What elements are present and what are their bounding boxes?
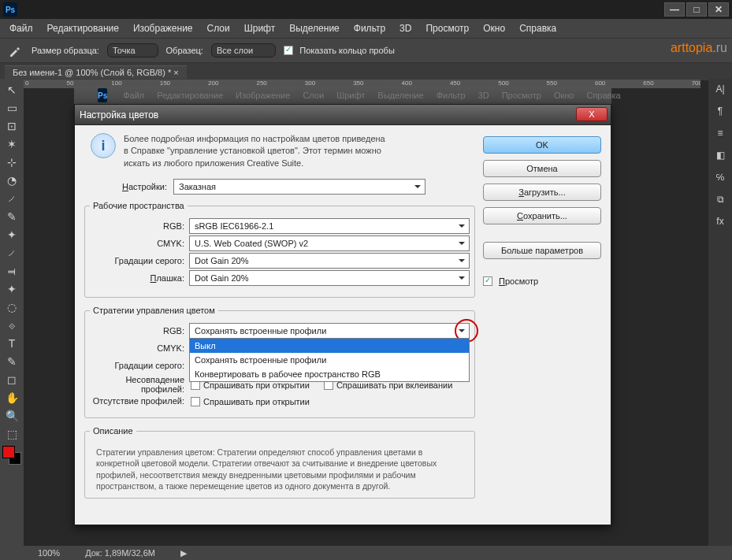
spot-select[interactable]: Dot Gain 20% (189, 270, 470, 286)
cancel-button[interactable]: Отмена (483, 160, 601, 177)
menu-filter[interactable]: Фильтр (347, 23, 392, 34)
history-panel-icon[interactable]: ℅ (716, 172, 725, 183)
policy-gray-label: Градации серого: (90, 361, 189, 370)
cmyk-label: CMYK: (90, 239, 189, 248)
document-tabs: Без имени-1 @ 100% (Слой 6, RGB/8) * × (0, 63, 732, 80)
zoom-value[interactable]: 100% (38, 548, 60, 558)
gray-select[interactable]: Dot Gain 20% (189, 253, 470, 269)
window-buttons: — □ ✕ (664, 2, 729, 17)
menu-image[interactable]: Изображение (127, 23, 199, 34)
zoom-tool-icon[interactable]: 🔍 (2, 406, 21, 425)
gray-label: Градации серого: (90, 256, 189, 265)
minimize-button[interactable]: — (664, 2, 685, 17)
policies-fieldset: Стратегии управления цветом RGB: Сохраня… (84, 306, 475, 418)
app-titlebar: Ps — □ ✕ (0, 0, 732, 19)
color-swatch[interactable] (2, 446, 21, 465)
workspace-fieldset: Рабочие пространства RGB: sRGB IEC61966-… (84, 201, 475, 298)
document-size: Док: 1,89M/32,6M (85, 548, 155, 558)
rgb-label: RGB: (90, 221, 189, 231)
gradient-tool-icon[interactable]: ✦ (2, 280, 21, 298)
magicwand-tool-icon[interactable]: ✶ (2, 135, 21, 153)
menu-edit[interactable]: Редактирование (41, 23, 125, 34)
dialog-title: Настройка цветов (80, 109, 158, 121)
show-ring-label: Показать кольцо пробы (299, 46, 395, 55)
tools-panel: ↖ ▭ ⊡ ✶ ⊹ ◔ ⟋ ✎ ✦ ⟋ ⫤ ✦ ◌ ⟐ T ✎ ◻ ✋ 🔍 ⬚ (0, 79, 24, 546)
show-ring-checkbox[interactable] (284, 46, 293, 55)
paragraph-panel-icon[interactable]: ¶ (718, 106, 723, 117)
status-arrow-icon[interactable]: ▶ (180, 548, 187, 558)
menu-select[interactable]: Выделение (283, 23, 346, 34)
status-bar: 100% Док: 1,89M/32,6M ▶ (0, 546, 732, 560)
dialog-close-button[interactable]: X (576, 107, 608, 121)
eyedropper-icon[interactable]: ◔ (2, 171, 21, 189)
dialog-titlebar[interactable]: Настройка цветов X (75, 105, 611, 125)
shape-tool-icon[interactable]: ◻ (2, 370, 21, 388)
watermark: arttopia.ru (671, 42, 727, 54)
move-tool-icon[interactable]: ↖ (2, 80, 21, 98)
eyedropper-tool-icon[interactable] (6, 42, 24, 59)
preview-label: Просмотр (499, 276, 538, 286)
pen-tool-icon[interactable]: ✎ (2, 352, 21, 370)
menu-3d[interactable]: 3D (393, 23, 418, 34)
stamp-tool-icon[interactable]: ✦ (2, 225, 21, 243)
right-panels: A| ¶ ≡ ◧ ℅ ⧉ fx (708, 79, 732, 546)
info-icon: i (91, 133, 116, 158)
blur-tool-icon[interactable]: ◌ (2, 298, 21, 316)
info-text: Более подробная информация по настройкам… (124, 133, 392, 169)
healing-tool-icon[interactable]: ⟋ (2, 189, 21, 207)
sample-size-select[interactable]: Точка (107, 43, 158, 57)
dodge-tool-icon[interactable]: ⟐ (2, 316, 21, 334)
styles-panel-icon[interactable]: fx (716, 216, 723, 227)
brush-tool-icon[interactable]: ✎ (2, 207, 21, 225)
menu-view[interactable]: Просмотр (419, 23, 475, 34)
policy-rgb-select[interactable]: Сохранять встроенные профили (189, 323, 470, 339)
dropdown-option-convert[interactable]: Конвертировать в рабочее пространство RG… (190, 367, 469, 381)
document-tab[interactable]: Без имени-1 @ 100% (Слой 6, RGB/8) * × (5, 65, 187, 79)
maximize-button[interactable]: □ (686, 2, 707, 17)
cmyk-select[interactable]: U.S. Web Coated (SWOP) v2 (189, 235, 470, 251)
layers-panel-icon[interactable]: ⧉ (717, 194, 724, 205)
description-legend: Описание (90, 426, 136, 436)
adjustments-panel-icon[interactable]: ◧ (716, 150, 725, 161)
type-tool-icon[interactable]: T (2, 334, 21, 352)
policies-legend: Стратегии управления цветом (90, 306, 218, 315)
policy-cmyk-label: CMYK: (90, 343, 189, 353)
dropdown-option-off[interactable]: Выкл (190, 339, 469, 353)
settings-label: Настройки: (108, 182, 167, 191)
options-bar: Размер образца: Точка Образец: Все слои … (0, 38, 732, 63)
history-brush-icon[interactable]: ⟋ (2, 243, 21, 261)
character-panel-icon[interactable]: A| (715, 83, 724, 95)
settings-select[interactable]: Заказная (173, 179, 425, 195)
save-button[interactable]: Сохранить... (483, 207, 601, 224)
description-fieldset: Описание Стратегии управления цветом: Ст… (84, 426, 475, 499)
menu-layer[interactable]: Слои (201, 23, 236, 34)
load-button[interactable]: Загрузить... (483, 184, 601, 201)
more-options-button[interactable]: Больше параметров (483, 242, 601, 259)
crop-tool-icon[interactable]: ⊹ (2, 153, 21, 171)
menu-window[interactable]: Окно (477, 23, 511, 34)
quickmask-icon[interactable]: ⬚ (2, 425, 21, 443)
spot-label: Плашка: (90, 273, 189, 283)
ok-button[interactable]: OK (483, 136, 601, 154)
menubar: Файл Редактирование Изображение Слои Шри… (0, 19, 732, 38)
mismatch-label: Несовпадение профилей: (90, 375, 189, 394)
marquee-tool-icon[interactable]: ▭ (2, 98, 21, 117)
workspace-legend: Рабочие пространства (90, 201, 188, 210)
preview-checkbox[interactable] (483, 276, 492, 286)
eraser-tool-icon[interactable]: ⫤ (2, 261, 21, 280)
sample-target-select[interactable]: Все слои (211, 43, 276, 57)
menu-type[interactable]: Шрифт (238, 23, 281, 34)
background-menubar-dimmed: Ps ФайлРедактированиеИзображение СлоиШри… (74, 87, 611, 104)
lasso-tool-icon[interactable]: ⊡ (2, 117, 21, 135)
ask-open-checkbox-2[interactable] (191, 397, 200, 406)
hand-tool-icon[interactable]: ✋ (2, 388, 21, 406)
foreground-color-swatch[interactable] (2, 446, 15, 458)
rgb-select[interactable]: sRGB IEC61966-2.1 (189, 218, 470, 234)
menu-file[interactable]: Файл (3, 23, 39, 34)
dropdown-option-preserve[interactable]: Сохранять встроенные профили (190, 353, 469, 367)
menu-help[interactable]: Справка (513, 23, 563, 34)
close-button[interactable]: ✕ (708, 2, 729, 17)
description-text: Стратегии управления цветом: Стратегии о… (90, 442, 470, 496)
swatches-panel-icon[interactable]: ≡ (717, 128, 723, 139)
ask-open-label-2: Спрашивать при открытии (203, 397, 310, 406)
